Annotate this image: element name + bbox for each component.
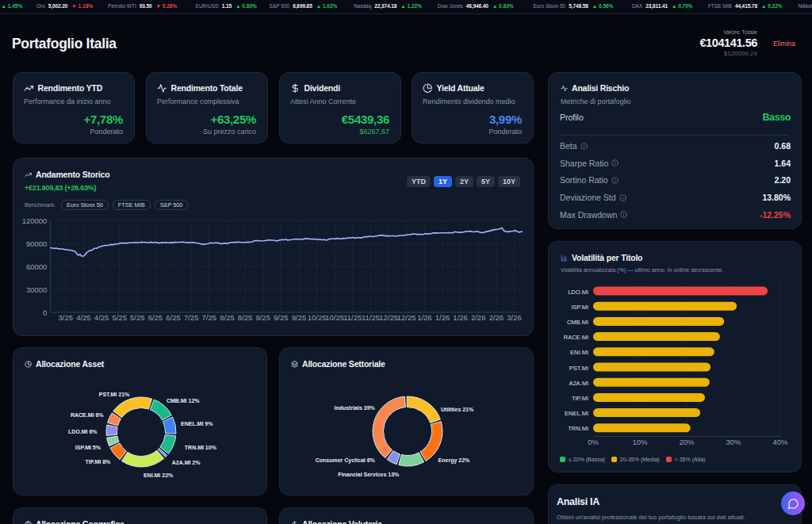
svg-text:1/26: 1/26 [435,313,450,322]
svg-text:30000: 30000 [26,285,47,294]
svg-text:RACE.MI: RACE.MI [564,334,588,341]
svg-text:Utilities 21%: Utilities 21% [441,407,474,412]
svg-text:5/25: 5/25 [112,313,127,322]
svg-text:7/25: 7/25 [184,313,199,322]
svg-text:60000: 60000 [26,262,47,271]
svg-text:8/25: 8/25 [238,313,253,322]
svg-text:ENI.MI: ENI.MI [570,349,588,356]
svg-text:12/25: 12/25 [379,313,398,322]
svg-text:TIP.MI: TIP.MI [572,395,588,402]
svg-text:LDO.MI 6%: LDO.MI 6% [68,429,98,434]
svg-text:40%: 40% [772,438,788,446]
svg-text:CMB.MI 12%: CMB.MI 12% [167,398,200,404]
svg-text:120000: 120000 [22,216,48,225]
svg-text:ISP.MI 5%: ISP.MI 5% [75,445,102,450]
svg-text:90000: 90000 [26,239,47,248]
svg-text:9/25: 9/25 [255,313,270,322]
svg-text:ENEL.MI: ENEL.MI [565,410,588,417]
svg-text:9/25: 9/25 [292,313,307,322]
svg-text:30%: 30% [726,438,741,446]
svg-text:4/25: 4/25 [94,313,109,322]
svg-text:1/26: 1/26 [453,313,468,322]
svg-text:PST.MI 21%: PST.MI 21% [99,392,130,397]
svg-text:3/26: 3/26 [507,313,522,322]
svg-text:LDO.MI: LDO.MI [568,289,588,296]
svg-text:A2A.MI 2%: A2A.MI 2% [172,460,201,465]
svg-text:2/26: 2/26 [489,313,504,322]
svg-text:ENI.MI 22%: ENI.MI 22% [144,472,174,478]
svg-text:9/25: 9/25 [274,313,289,322]
svg-text:Consumer Cyclical 6%: Consumer Cyclical 6% [316,457,376,464]
svg-text:RACE.MI 6%: RACE.MI 6% [71,412,104,418]
svg-text:7/25: 7/25 [202,313,217,322]
svg-text:2/26: 2/26 [471,313,486,322]
svg-text:TIP.MI 8%: TIP.MI 8% [86,459,112,465]
svg-text:8/25: 8/25 [220,313,235,322]
svg-text:PST.MI: PST.MI [569,365,588,372]
svg-text:20%: 20% [679,438,695,446]
svg-text:TRN.MI 10%: TRN.MI 10% [185,445,217,450]
svg-text:1/26: 1/26 [417,313,432,322]
svg-text:10/25: 10/25 [325,313,344,322]
svg-text:3/25: 3/25 [59,313,74,322]
svg-text:Industrials 39%: Industrials 39% [334,405,375,411]
svg-text:A2A.MI: A2A.MI [569,380,588,387]
svg-text:Energy 22%: Energy 22% [439,457,470,464]
svg-text:11/25: 11/25 [343,313,362,322]
svg-text:12/25: 12/25 [397,313,416,322]
svg-text:0: 0 [43,308,47,317]
svg-text:ISP.MI: ISP.MI [571,304,588,311]
svg-text:CMB.MI: CMB.MI [567,319,588,326]
svg-text:0%: 0% [588,438,599,446]
svg-text:6/25: 6/25 [148,313,163,322]
svg-text:4/25: 4/25 [76,313,91,322]
svg-text:10/25: 10/25 [308,313,327,322]
svg-text:5/25: 5/25 [130,313,145,322]
svg-text:6/25: 6/25 [166,313,181,322]
svg-text:TRN.MI: TRN.MI [568,425,588,432]
svg-text:ENEL.MI 9%: ENEL.MI 9% [181,421,213,426]
svg-text:10%: 10% [632,438,648,446]
svg-text:Financial Services 13%: Financial Services 13% [338,472,400,477]
svg-text:11/25: 11/25 [362,313,380,322]
